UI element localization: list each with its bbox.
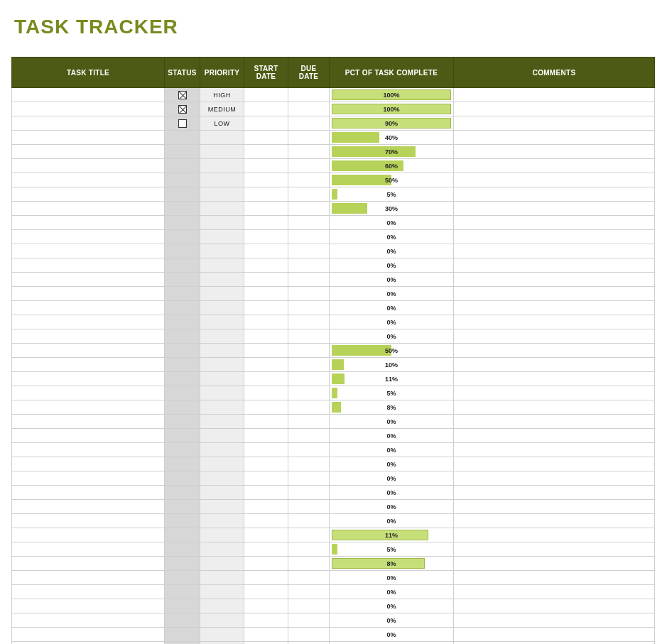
- task-title-cell[interactable]: [12, 88, 165, 102]
- comments-cell[interactable]: [454, 102, 655, 116]
- due-date-cell[interactable]: [288, 202, 330, 216]
- start-date-cell[interactable]: [244, 372, 288, 386]
- task-title-cell[interactable]: [12, 599, 165, 613]
- pct-cell[interactable]: 0%: [330, 443, 454, 457]
- start-date-cell[interactable]: [244, 514, 288, 528]
- priority-cell[interactable]: [200, 173, 244, 187]
- task-title-cell[interactable]: [12, 585, 165, 599]
- priority-cell[interactable]: [200, 258, 244, 273]
- due-date-cell[interactable]: [288, 528, 330, 542]
- pct-cell[interactable]: 50%: [330, 173, 454, 187]
- comments-cell[interactable]: [454, 599, 655, 613]
- status-cell[interactable]: [165, 116, 200, 131]
- status-cell[interactable]: [165, 329, 200, 344]
- priority-cell[interactable]: [200, 571, 244, 585]
- status-cell[interactable]: [165, 202, 200, 216]
- comments-cell[interactable]: [454, 344, 655, 358]
- start-date-cell[interactable]: [244, 599, 288, 613]
- start-date-cell[interactable]: [244, 613, 288, 628]
- due-date-cell[interactable]: [288, 486, 330, 500]
- priority-cell[interactable]: [200, 514, 244, 528]
- status-cell[interactable]: [165, 628, 200, 642]
- status-cell[interactable]: [165, 528, 200, 542]
- pct-cell[interactable]: 70%: [330, 145, 454, 159]
- priority-cell[interactable]: [200, 471, 244, 486]
- status-cell[interactable]: [165, 131, 200, 145]
- pct-cell[interactable]: 0%: [330, 301, 454, 315]
- comments-cell[interactable]: [454, 187, 655, 202]
- comments-cell[interactable]: [454, 386, 655, 400]
- comments-cell[interactable]: [454, 585, 655, 599]
- status-cell[interactable]: [165, 216, 200, 230]
- priority-cell[interactable]: [200, 372, 244, 386]
- start-date-cell[interactable]: [244, 273, 288, 287]
- priority-cell[interactable]: MEDIUM: [200, 102, 244, 116]
- status-cell[interactable]: [165, 457, 200, 471]
- comments-cell[interactable]: [454, 216, 655, 230]
- pct-cell[interactable]: 5%: [330, 386, 454, 400]
- priority-cell[interactable]: [200, 315, 244, 329]
- priority-cell[interactable]: [200, 585, 244, 599]
- due-date-cell[interactable]: [288, 216, 330, 230]
- due-date-cell[interactable]: [288, 116, 330, 131]
- status-cell[interactable]: [165, 386, 200, 400]
- status-cell[interactable]: [165, 315, 200, 329]
- start-date-cell[interactable]: [244, 642, 288, 645]
- status-checkbox[interactable]: [178, 91, 187, 99]
- priority-cell[interactable]: [200, 187, 244, 202]
- comments-cell[interactable]: [454, 202, 655, 216]
- due-date-cell[interactable]: [288, 542, 330, 557]
- task-title-cell[interactable]: [12, 500, 165, 514]
- status-cell[interactable]: [165, 500, 200, 514]
- comments-cell[interactable]: [454, 400, 655, 415]
- due-date-cell[interactable]: [288, 102, 330, 116]
- priority-cell[interactable]: [200, 131, 244, 145]
- due-date-cell[interactable]: [288, 131, 330, 145]
- start-date-cell[interactable]: [244, 244, 288, 258]
- start-date-cell[interactable]: [244, 216, 288, 230]
- task-title-cell[interactable]: [12, 429, 165, 443]
- start-date-cell[interactable]: [244, 301, 288, 315]
- task-title-cell[interactable]: [12, 443, 165, 457]
- comments-cell[interactable]: [454, 173, 655, 187]
- task-title-cell[interactable]: [12, 642, 165, 645]
- priority-cell[interactable]: [200, 273, 244, 287]
- comments-cell[interactable]: [454, 514, 655, 528]
- pct-cell[interactable]: 8%: [330, 400, 454, 415]
- priority-cell[interactable]: LOW: [200, 116, 244, 131]
- start-date-cell[interactable]: [244, 329, 288, 344]
- status-cell[interactable]: [165, 102, 200, 116]
- priority-cell[interactable]: [200, 557, 244, 571]
- start-date-cell[interactable]: [244, 344, 288, 358]
- pct-cell[interactable]: 0%: [330, 244, 454, 258]
- task-title-cell[interactable]: [12, 528, 165, 542]
- comments-cell[interactable]: [454, 230, 655, 244]
- task-title-cell[interactable]: [12, 571, 165, 585]
- status-cell[interactable]: [165, 599, 200, 613]
- comments-cell[interactable]: [454, 131, 655, 145]
- task-title-cell[interactable]: [12, 244, 165, 258]
- start-date-cell[interactable]: [244, 102, 288, 116]
- pct-cell[interactable]: 50%: [330, 344, 454, 358]
- comments-cell[interactable]: [454, 287, 655, 301]
- comments-cell[interactable]: [454, 329, 655, 344]
- start-date-cell[interactable]: [244, 471, 288, 486]
- pct-cell[interactable]: 60%: [330, 159, 454, 173]
- start-date-cell[interactable]: [244, 585, 288, 599]
- comments-cell[interactable]: [454, 471, 655, 486]
- task-title-cell[interactable]: [12, 486, 165, 500]
- status-cell[interactable]: [165, 514, 200, 528]
- due-date-cell[interactable]: [288, 301, 330, 315]
- priority-cell[interactable]: [200, 358, 244, 372]
- start-date-cell[interactable]: [244, 628, 288, 642]
- start-date-cell[interactable]: [244, 202, 288, 216]
- status-cell[interactable]: [165, 372, 200, 386]
- task-title-cell[interactable]: [12, 344, 165, 358]
- comments-cell[interactable]: [454, 542, 655, 557]
- task-title-cell[interactable]: [12, 273, 165, 287]
- priority-cell[interactable]: [200, 599, 244, 613]
- status-cell[interactable]: [165, 542, 200, 557]
- due-date-cell[interactable]: [288, 500, 330, 514]
- task-title-cell[interactable]: [12, 386, 165, 400]
- start-date-cell[interactable]: [244, 542, 288, 557]
